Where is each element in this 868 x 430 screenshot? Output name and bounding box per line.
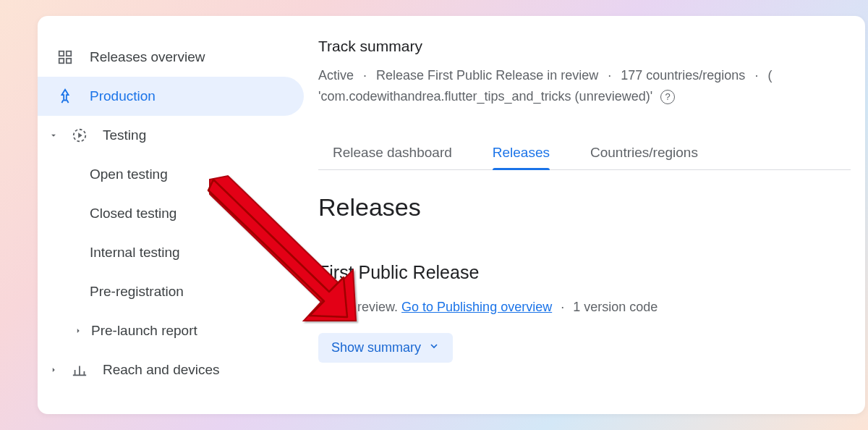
main-content: Track summary Active · Release First Pub…: [311, 16, 865, 414]
sidebar-item-label: Production: [90, 88, 156, 104]
sidebar-item-label: Pre-registration: [90, 284, 184, 300]
clock-icon: [318, 298, 334, 317]
tab-release-dashboard[interactable]: Release dashboard: [333, 136, 452, 169]
sidebar-item-open-testing[interactable]: Open testing: [38, 155, 311, 194]
release-name: First Public Release: [318, 262, 851, 283]
sidebar-item-internal-testing[interactable]: Internal testing: [38, 233, 311, 272]
sidebar-item-production[interactable]: Production: [38, 77, 304, 116]
status-active: Active: [318, 68, 354, 83]
chevron-down-icon: [45, 130, 62, 140]
show-summary-button[interactable]: Show summary: [318, 333, 453, 363]
sidebar-item-label: Releases overview: [90, 49, 205, 65]
svg-rect-2: [59, 59, 64, 63]
bar-chart-icon: [71, 361, 88, 379]
section-heading-releases: Releases: [318, 193, 851, 222]
sidebar: Releases overview Production Testin: [38, 16, 311, 414]
package-name-text: 'com.codewithandrea.flutter_tips_and_tri…: [318, 89, 652, 104]
svg-rect-0: [59, 51, 64, 56]
sidebar-item-label: Closed testing: [90, 206, 176, 222]
rocket-icon: [56, 88, 74, 105]
version-code-count: 1 version code: [573, 300, 658, 315]
sidebar-item-reach-devices[interactable]: Reach and devices: [38, 350, 311, 389]
tab-releases[interactable]: Releases: [493, 136, 550, 169]
chevron-right-icon: [69, 326, 87, 336]
release-status-text: In review.: [343, 300, 398, 315]
sidebar-item-closed-testing[interactable]: Closed testing: [38, 194, 311, 233]
sidebar-item-label: Testing: [103, 127, 146, 143]
tabs: Release dashboard Releases Countries/reg…: [318, 136, 851, 170]
countries-count: 177 countries/regions: [621, 68, 745, 83]
svg-rect-3: [67, 59, 71, 63]
dashboard-icon: [56, 49, 74, 66]
sidebar-item-testing[interactable]: Testing: [38, 116, 311, 155]
chevron-down-icon: [428, 340, 440, 355]
tab-countries-regions[interactable]: Countries/regions: [590, 136, 698, 169]
show-summary-label: Show summary: [331, 340, 421, 355]
release-in-review-text: Release First Public Release in review: [376, 68, 598, 83]
sidebar-item-pre-launch-report[interactable]: Pre-launch report: [38, 311, 311, 350]
sidebar-item-pre-registration[interactable]: Pre-registration: [38, 272, 311, 311]
sidebar-item-releases-overview[interactable]: Releases overview: [38, 38, 311, 77]
sidebar-item-label: Reach and devices: [103, 362, 220, 378]
sidebar-item-label: Pre-launch report: [91, 323, 197, 339]
sidebar-item-label: Open testing: [90, 166, 168, 182]
svg-rect-1: [67, 51, 71, 56]
sidebar-item-label: Internal testing: [90, 245, 180, 261]
publishing-overview-link[interactable]: Go to Publishing overview: [401, 300, 552, 315]
help-icon[interactable]: ?: [660, 90, 675, 104]
track-summary-meta: Active · Release First Public Release in…: [318, 65, 851, 107]
target-icon: [71, 127, 88, 144]
chevron-right-icon: [45, 365, 62, 375]
release-status-row: In review. Go to Publishing overview · 1…: [318, 298, 851, 317]
track-summary-title: Track summary: [318, 38, 851, 55]
